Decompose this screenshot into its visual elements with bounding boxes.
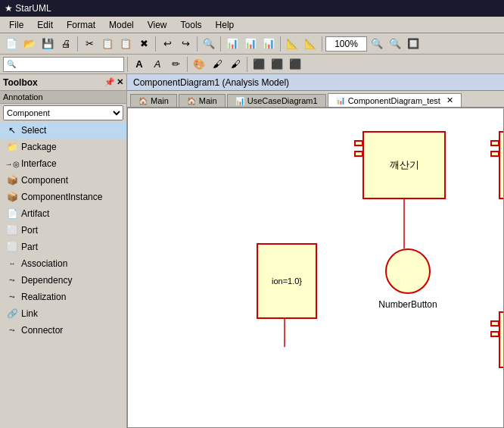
tool-label-select: Select (21, 125, 46, 136)
zoom-input[interactable] (325, 36, 367, 52)
menu-format[interactable]: Format (61, 18, 101, 32)
tool1-button[interactable]: 📊 (224, 36, 241, 52)
align-left-button[interactable]: ⬛ (250, 56, 267, 73)
tool-item-link[interactable]: 🔗 Link (0, 305, 126, 322)
main-area: Toolbox 📌 ✕ Annotation Component ↖ Selec… (0, 74, 504, 428)
copy-button[interactable]: 📋 (99, 36, 116, 52)
toolbar2-sep2 (187, 57, 188, 72)
tool-label-realization: Realization (21, 292, 66, 302)
tool-item-connector[interactable]: ⤳ Connector (0, 322, 126, 339)
toolbar-sep-2 (155, 36, 156, 52)
tool-item-select[interactable]: ↖ Select (0, 122, 126, 139)
kesan-connector-left-top (354, 140, 363, 146)
cut-button[interactable]: ✂ (81, 36, 98, 52)
find-button[interactable]: 🔍 (201, 36, 217, 52)
tab-main2[interactable]: 🏠 Main (179, 94, 226, 107)
toolbar-sep-5 (280, 36, 281, 52)
zoom-fit-button[interactable]: 🔲 (405, 36, 422, 52)
paste-button[interactable]: 📋 (117, 36, 134, 52)
tool-item-componentinstance[interactable]: 📦 ComponentInstance (0, 189, 126, 205)
component-kesan[interactable]: 깨산기 (362, 131, 446, 199)
tool-item-realization[interactable]: ⤳ Realization (0, 289, 126, 305)
tab-componentdiag[interactable]: 📊 ComponentDiagram_test ✕ (328, 93, 462, 107)
tab-componentdiag-icon: 📊 (336, 96, 345, 105)
color2-button[interactable]: 🖌 (209, 56, 226, 73)
tool2-button[interactable]: 📊 (242, 36, 259, 52)
text-button[interactable]: A (131, 56, 148, 73)
tool-label-dependency: Dependency (21, 275, 72, 286)
partial-component-label: ion=1.0} (272, 276, 302, 286)
italic-button[interactable]: A (149, 56, 166, 73)
toolbox-combo-wrapper: Component (0, 104, 126, 122)
tool-label-connector: Connector (21, 325, 63, 336)
align1-button[interactable]: 📐 (284, 36, 300, 52)
component-rimokon[interactable]: 리모콘 (499, 311, 504, 368)
component-tv[interactable]: TV (499, 131, 504, 199)
menu-edit[interactable]: Edit (31, 18, 59, 32)
open-button[interactable]: 📂 (21, 36, 38, 52)
tab-usecase[interactable]: 📊 UseCaseDiagram1 (227, 94, 326, 107)
interface-icon: →◎ (6, 158, 18, 170)
tool-item-component[interactable]: 📦 Component (0, 172, 126, 189)
tool-item-package[interactable]: 📁 Package (0, 139, 126, 155)
align2-button[interactable]: 📐 (302, 36, 319, 52)
tab-close-icon[interactable]: ✕ (446, 95, 453, 105)
underline-button[interactable]: ✏ (167, 56, 184, 73)
partial-component[interactable]: ion=1.0} (257, 243, 317, 319)
tab-main1[interactable]: 🏠 Main (130, 94, 177, 107)
circle-numberbutton[interactable] (385, 248, 431, 294)
tool-label-association: Association (21, 258, 67, 269)
toolbox-category-annotation: Annotation (0, 91, 126, 104)
select-icon: ↖ (6, 124, 18, 136)
tab-main2-icon: 🏠 (187, 97, 196, 105)
menu-view[interactable]: View (142, 18, 173, 32)
rimokon-connector-left-top (490, 320, 499, 326)
tool3-button[interactable]: 📊 (260, 36, 277, 52)
component-icon: 📦 (6, 174, 18, 186)
delete-button[interactable]: ✖ (135, 36, 152, 52)
undo-button[interactable]: ↩ (159, 36, 176, 52)
toolbar2: 🔍 A A ✏ 🎨 🖌 🖌 ⬛ ⬛ ⬛ (0, 55, 504, 74)
diagram-canvas[interactable]: ion=1.0} 깨산기 TV NumberButton TV메뉴 (127, 108, 504, 428)
canvas-area: ComponentDiagram1 (Analysis Model) 🏠 Mai… (127, 74, 504, 428)
tool-item-part[interactable]: ⬜ Part (0, 239, 126, 255)
close-icon[interactable]: ✕ (117, 77, 123, 87)
kesan-label: 깨산기 (390, 158, 419, 172)
part-icon: ⬜ (6, 241, 18, 253)
save-button[interactable]: 💾 (39, 36, 56, 52)
zoom-in-button[interactable]: 🔍 (369, 36, 385, 52)
componentinstance-icon: 📦 (6, 191, 18, 203)
align-right-button[interactable]: ⬛ (287, 56, 303, 73)
tool-item-interface[interactable]: →◎ Interface (0, 155, 126, 172)
color1-button[interactable]: 🎨 (191, 56, 207, 73)
menu-tools[interactable]: Tools (175, 18, 208, 32)
redo-button[interactable]: ↪ (177, 36, 194, 52)
tool-label-part: Part (21, 242, 38, 252)
toolbar-sep-1 (77, 36, 78, 52)
tool-item-association[interactable]: ↔ Association (0, 255, 126, 272)
new-button[interactable]: 📄 (3, 36, 20, 52)
toolbox-panel: Toolbox 📌 ✕ Annotation Component ↖ Selec… (0, 74, 127, 428)
tool-item-artifact[interactable]: 📄 Artifact (0, 205, 126, 222)
tool-label-port: Port (21, 225, 38, 236)
tool-item-dependency[interactable]: ⤳ Dependency (0, 272, 126, 289)
artifact-icon: 📄 (6, 208, 18, 220)
print-button[interactable]: 🖨 (58, 36, 74, 52)
menu-help[interactable]: Help (210, 18, 241, 32)
canvas-title: ComponentDiagram1 (Analysis Model) (133, 77, 289, 88)
color3-button[interactable]: 🖌 (227, 56, 244, 73)
numberbutton-label: NumberButton (370, 299, 446, 310)
zoom-out-button[interactable]: 🔍 (387, 36, 403, 52)
realization-icon: ⤳ (6, 291, 18, 303)
toolbox-combo[interactable]: Component (3, 105, 123, 120)
pin-icon[interactable]: 📌 (104, 77, 115, 87)
align-center-button[interactable]: ⬛ (269, 56, 285, 73)
tab-main1-label: Main (151, 96, 169, 105)
menu-model[interactable]: Model (103, 18, 140, 32)
tool-item-port[interactable]: ⬜ Port (0, 222, 126, 239)
toolbox-header: Toolbox 📌 ✕ (0, 74, 126, 91)
menu-file[interactable]: File (3, 18, 30, 32)
tv-connector-left-bot (490, 151, 499, 157)
toolbar2-sep1 (127, 57, 128, 72)
dependency-icon: ⤳ (6, 274, 18, 286)
